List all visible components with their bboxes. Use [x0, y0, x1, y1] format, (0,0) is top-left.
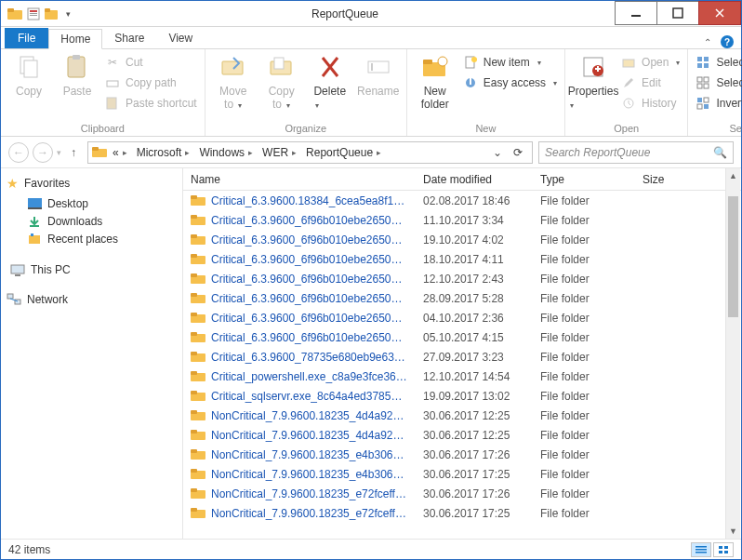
paste-button[interactable]: Paste: [57, 53, 98, 113]
table-row[interactable]: NonCritical_7.9.9600.18235_e4b3061182fe.…: [183, 445, 741, 464]
copy-button[interactable]: Copy: [8, 53, 49, 113]
nav-desktop[interactable]: Desktop: [7, 194, 177, 212]
edit-button[interactable]: Edit: [621, 73, 680, 92]
table-row[interactable]: NonCritical_7.9.9600.18235_e72fceff55eae…: [183, 503, 741, 523]
file-date: 04.10.2017 2:36: [416, 312, 533, 325]
invert-selection-icon: [696, 96, 710, 111]
search-box[interactable]: 🔍: [538, 141, 734, 164]
file-type: File folder: [533, 370, 635, 383]
tab-share[interactable]: Share: [102, 28, 156, 48]
select-none-button[interactable]: Select none: [696, 73, 742, 92]
scroll-thumb[interactable]: [728, 196, 738, 317]
svg-rect-45: [704, 84, 709, 88]
delete-button[interactable]: Delete▾: [310, 53, 351, 111]
file-type: File folder: [533, 390, 635, 403]
qat-newfolder-icon[interactable]: [44, 6, 60, 22]
table-row[interactable]: NonCritical_7.9.9600.18235_4d4a9285a2d..…: [183, 406, 741, 425]
invert-selection-button[interactable]: Invert selection: [696, 94, 742, 113]
ribbon: Copy Paste ✂Cut Copy path Paste shortcut…: [1, 49, 741, 137]
help-icon[interactable]: ?: [721, 35, 734, 48]
up-button[interactable]: ↑: [65, 146, 82, 159]
folder-icon: [191, 330, 205, 345]
new-folder-button[interactable]: Newfolder: [415, 53, 456, 111]
svg-rect-39: [704, 57, 709, 61]
scroll-down-icon[interactable]: ▼: [726, 524, 740, 539]
column-headers: Name Date modified Type Size: [183, 168, 741, 191]
nav-recent[interactable]: Recent places: [7, 230, 177, 247]
col-name[interactable]: Name: [183, 173, 416, 186]
crumb-2[interactable]: WER▸: [258, 146, 300, 159]
crumb-1[interactable]: Windows▸: [195, 146, 257, 159]
col-type[interactable]: Type: [533, 173, 635, 186]
copy-path-button[interactable]: Copy path: [105, 73, 197, 92]
easy-access-button[interactable]: Easy access▾: [463, 73, 557, 92]
col-size[interactable]: Size: [635, 173, 691, 186]
svg-rect-38: [697, 57, 702, 61]
scroll-up-icon[interactable]: ▲: [726, 168, 740, 183]
address-dropdown-icon[interactable]: ⌄: [489, 146, 506, 159]
properties-button[interactable]: Properties▾: [573, 53, 614, 113]
open-button[interactable]: Open▾: [621, 53, 680, 72]
refresh-button[interactable]: ⟳: [508, 146, 528, 159]
table-row[interactable]: Critical_6.3.9600_6f96b010ebe26508e78bd.…: [183, 308, 741, 327]
table-row[interactable]: Critical_6.3.9600_6f96b010ebe26508e78bd.…: [183, 249, 741, 269]
back-button[interactable]: ←: [8, 142, 29, 163]
file-type: File folder: [533, 292, 635, 305]
table-row[interactable]: NonCritical_7.9.9600.18235_4d4a9285a2d..…: [183, 425, 741, 445]
search-input[interactable]: [545, 146, 703, 159]
tab-view[interactable]: View: [156, 28, 205, 48]
svg-rect-67: [191, 234, 197, 238]
nav-network[interactable]: Network: [7, 292, 177, 307]
nav-favorites[interactable]: ★Favorites: [7, 176, 177, 191]
table-row[interactable]: Critical_powershell.exe_c8a9e3fce3693e5.…: [183, 367, 741, 386]
file-name: Critical_6.3.9600_6f96b010ebe26508e78bd.…: [211, 292, 408, 305]
table-row[interactable]: Critical_sqlservr.exe_8c64a4ed3785dd2e8.…: [183, 386, 741, 406]
table-row[interactable]: Critical_6.3.9600_6f96b010ebe26508e78bd.…: [183, 269, 741, 288]
collapse-ribbon-icon[interactable]: ⌃: [704, 37, 711, 47]
table-row[interactable]: Critical_6.3.9600_6f96b010ebe26508e78bd.…: [183, 327, 741, 347]
file-date: 30.06.2017 17:26: [416, 487, 533, 500]
rename-button[interactable]: Rename: [358, 53, 399, 111]
search-icon[interactable]: 🔍: [713, 146, 727, 159]
file-menu[interactable]: File: [5, 28, 48, 48]
nav-pane: ★Favorites Desktop Downloads Recent plac…: [1, 168, 183, 539]
svg-rect-96: [696, 546, 707, 548]
move-to-button[interactable]: Moveto ▾: [213, 53, 254, 111]
scrollbar[interactable]: ▲ ▼: [725, 168, 740, 539]
cut-button[interactable]: ✂Cut: [105, 53, 197, 72]
table-row[interactable]: Critical_6.3.9600_6f96b010ebe26508e78bd.…: [183, 288, 741, 308]
crumb-0[interactable]: Microsoft▸: [133, 146, 194, 159]
qat-dropdown-icon[interactable]: ▾: [62, 9, 74, 19]
titlebar: ▾ ReportQueue: [1, 1, 741, 27]
crumb-root[interactable]: «▸: [109, 146, 131, 159]
nav-this-pc[interactable]: This PC: [7, 260, 177, 279]
table-row[interactable]: Critical_6.3.9600_6f96b010ebe26508e78bd.…: [183, 210, 741, 230]
select-all-button[interactable]: Select all: [696, 53, 742, 72]
address-bar[interactable]: «▸ Microsoft▸ Windows▸ WER▸ ReportQueue▸…: [87, 141, 533, 164]
svg-rect-58: [15, 274, 20, 276]
table-row[interactable]: Critical_6.3.9600_78735e680eb9e634d1221.…: [183, 347, 741, 367]
nav-downloads[interactable]: Downloads: [7, 212, 177, 230]
new-folder-icon: [421, 53, 449, 81]
new-item-button[interactable]: New item▾: [463, 53, 557, 72]
file-name: Critical_6.3.9600_6f96b010ebe26508e78bd.…: [211, 233, 408, 247]
paste-shortcut-button[interactable]: Paste shortcut: [105, 94, 197, 113]
maximize-button[interactable]: [656, 1, 699, 25]
copy-to-button[interactable]: Copyto ▾: [261, 53, 302, 111]
qat-properties-icon[interactable]: [25, 6, 42, 22]
forward-button[interactable]: →: [33, 142, 53, 163]
history-dropdown-icon[interactable]: ▾: [57, 148, 61, 157]
crumb-3[interactable]: ReportQueue▸: [302, 146, 385, 159]
minimize-button[interactable]: [615, 1, 657, 25]
table-row[interactable]: NonCritical_7.9.9600.18235_e4b3061182fe.…: [183, 464, 741, 484]
table-row[interactable]: Critical_6.3.9600.18384_6cea5ea8f1199a2a…: [183, 191, 741, 210]
view-details-button[interactable]: [691, 542, 711, 557]
table-row[interactable]: Critical_6.3.9600_6f96b010ebe26508e78bd.…: [183, 230, 741, 249]
tab-home[interactable]: Home: [48, 29, 102, 49]
col-date[interactable]: Date modified: [416, 173, 533, 186]
svg-rect-59: [7, 294, 13, 299]
history-button[interactable]: History: [621, 94, 680, 113]
view-icons-button[interactable]: [713, 542, 734, 557]
table-row[interactable]: NonCritical_7.9.9600.18235_e72fceff55eae…: [183, 484, 741, 503]
close-button[interactable]: [698, 1, 741, 25]
